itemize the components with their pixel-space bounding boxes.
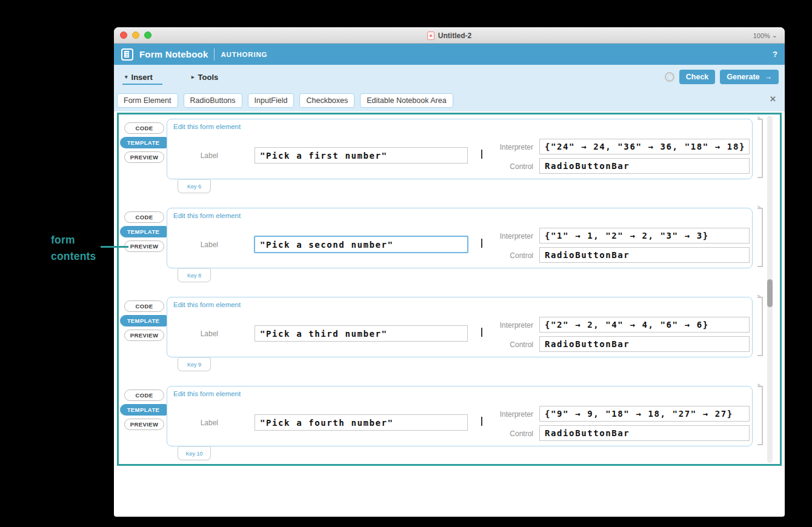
interpreter-value: {"2" → 2, "4" → 4, "6" → 6} [545,320,709,330]
key-tag[interactable]: Key 9 [178,357,211,371]
card-tab-column: CODE TEMPLATE PREVIEW [119,300,167,344]
form-elements-list: CODE TEMPLATE PREVIEW Edit this form ele… [119,116,780,472]
form-contents-area: CODE TEMPLATE PREVIEW Edit this form ele… [117,113,782,466]
interpreter-value: {"1" → 1, "2" → 2, "3" → 3} [545,231,709,240]
cell-bracket[interactable] [757,119,763,178]
palette-button-inputfield[interactable]: InputField [248,93,295,108]
palette-button-form-element[interactable]: Form Element [117,93,178,108]
card-tab-column: CODE TEMPLATE PREVIEW [119,389,167,433]
label-field-name: Label [178,151,218,160]
form-element-row: CODE TEMPLATE PREVIEW Edit this form ele… [119,205,780,294]
edit-form-element-link[interactable]: Edit this form element [173,390,241,397]
form-element-card: Edit this form element Label "Pick a fir… [167,119,753,179]
field-divider [481,328,482,337]
interpreter-input[interactable]: {"1" → 1, "2" → 2, "3" → 3} [539,228,750,244]
tab-template[interactable]: TEMPLATE [120,315,167,326]
control-input[interactable]: RadioButtonBar [539,247,750,263]
label-input[interactable]: "Pick a fourth number" [255,414,468,431]
label-value: "Pick a first number" [260,151,388,161]
desktop-background: form contents Untitled-2 100% ⌄ Form Not… [0,0,812,527]
palette-button-checkboxes[interactable]: Checkboxes [299,93,354,108]
header-divider [214,48,215,61]
window-titlebar: Untitled-2 100% ⌄ [114,27,785,44]
generate-button-label: Generate [727,73,759,81]
cell-bracket[interactable] [757,297,763,356]
interpreter-value: {"24" → 24, "36" → 36, "18" → 18} [545,142,745,151]
label-input[interactable]: "Pick a second number" [254,236,468,253]
gear-icon[interactable] [665,72,674,82]
control-field-name: Control [487,429,533,438]
tab-template[interactable]: TEMPLATE [120,137,167,148]
tab-code[interactable]: CODE [124,211,164,223]
label-input[interactable]: "Pick a first number" [255,147,468,164]
interpreter-field-name: Interpreter [487,143,533,151]
scrollbar-thumb[interactable] [767,279,773,307]
palette-button-radiobuttons[interactable]: RadioButtons [184,93,242,108]
tools-menu-label: Tools [198,73,219,82]
tab-template[interactable]: TEMPLATE [120,226,167,237]
tab-code[interactable]: CODE [124,300,164,312]
insert-menu[interactable]: ▾ Insert [125,65,153,89]
field-divider [481,239,482,248]
app-title: Form Notebook [139,49,208,59]
tab-code[interactable]: CODE [124,389,164,401]
label-value: "Pick a second number" [260,240,394,250]
interpreter-field-name: Interpreter [487,410,533,419]
tab-preview[interactable]: PREVIEW [124,330,164,341]
notebook-doc-icon [427,31,434,40]
tools-menu[interactable]: ▸ Tools [191,65,218,89]
help-button[interactable]: ? [773,50,777,59]
card-tab-column: CODE TEMPLATE PREVIEW [119,211,167,255]
control-value: RadioButtonBar [545,161,630,171]
control-input[interactable]: RadioButtonBar [539,425,750,441]
control-value: RadioButtonBar [545,339,630,349]
close-icon[interactable]: ✕ [770,94,776,104]
magnification-control[interactable]: 100% ⌄ [753,27,777,44]
label-value: "Pick a third number" [260,329,388,339]
key-tag[interactable]: Key 8 [178,268,211,282]
interpreter-input[interactable]: {"24" → 24, "36" → 36, "18" → 18} [539,139,750,154]
form-contents-annotation: form contents [51,232,96,265]
arrow-right-icon: → [765,73,773,81]
annotation-line2: contents [51,248,96,265]
tab-code[interactable]: CODE [124,122,164,134]
control-field-name: Control [487,340,533,349]
tab-preview[interactable]: PREVIEW [124,151,164,163]
control-input[interactable]: RadioButtonBar [539,336,750,352]
check-button[interactable]: Check [679,70,716,84]
triangle-down-icon: ▾ [125,74,128,80]
tab-preview[interactable]: PREVIEW [124,419,164,430]
palette-button-editable-notebook-area[interactable]: Editable Notebook Area [360,93,453,108]
edit-form-element-link[interactable]: Edit this form element [173,301,241,308]
interpreter-input[interactable]: {"9" → 9, "18" → 18, "27" → 27} [539,406,750,422]
edit-form-element-link[interactable]: Edit this form element [173,123,241,130]
label-value: "Pick a fourth number" [260,418,394,428]
field-divider [481,150,482,159]
generate-button[interactable]: Generate → [720,70,779,84]
tab-template[interactable]: TEMPLATE [120,404,167,416]
interpreter-field-name: Interpreter [487,321,533,330]
field-divider [481,417,482,426]
chevron-down-icon: ⌄ [772,31,777,39]
cell-bracket[interactable] [757,386,763,445]
interpreter-field-name: Interpreter [487,232,533,240]
control-field-name: Control [487,251,533,260]
tab-preview[interactable]: PREVIEW [124,240,164,252]
interpreter-input[interactable]: {"2" → 2, "4" → 4, "6" → 6} [539,317,750,333]
control-field-name: Control [487,162,533,171]
control-input[interactable]: RadioButtonBar [539,158,750,174]
annotation-pointer-line [101,246,128,248]
cell-bracket[interactable] [757,208,763,267]
key-tag[interactable]: Key 6 [178,179,211,193]
form-notebook-icon [121,48,133,61]
edit-form-element-link[interactable]: Edit this form element [173,212,241,219]
key-tag[interactable]: Key 10 [178,446,211,460]
triangle-right-icon: ▸ [191,74,195,80]
check-button-label: Check [686,73,709,81]
window-title: Untitled-2 [438,31,471,40]
label-field-name: Label [178,419,218,427]
label-input[interactable]: "Pick a third number" [255,325,468,342]
form-element-row: CODE TEMPLATE PREVIEW Edit this form ele… [119,294,780,383]
main-toolbar: ▾ Insert ▸ Tools Check Generate → [114,65,785,89]
magnification-value: 100% [753,32,770,39]
